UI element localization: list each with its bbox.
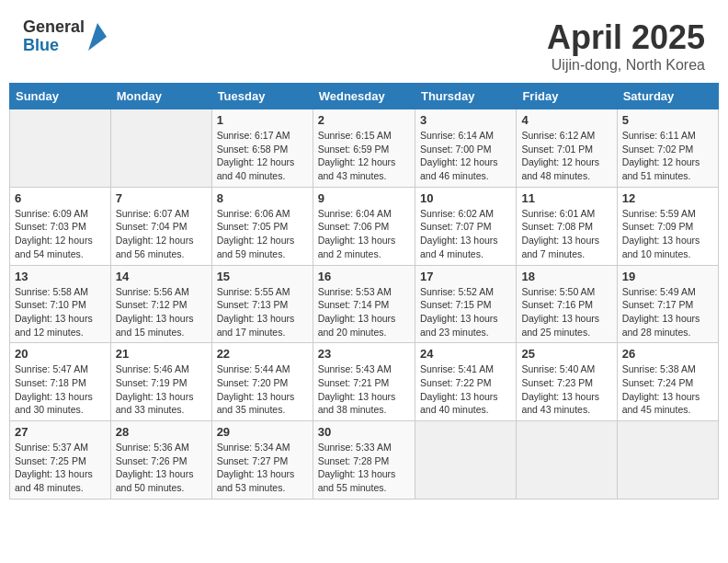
day-info: Sunrise: 6:09 AMSunset: 7:03 PMDaylight:… bbox=[15, 207, 106, 261]
logo-general: General bbox=[23, 18, 85, 37]
day-info: Sunrise: 6:11 AMSunset: 7:02 PMDaylight:… bbox=[622, 129, 713, 183]
calendar-cell: 24Sunrise: 5:41 AMSunset: 7:22 PMDayligh… bbox=[415, 343, 516, 421]
logo-text: General Blue bbox=[23, 18, 85, 55]
day-info: Sunrise: 5:47 AMSunset: 7:18 PMDaylight:… bbox=[15, 362, 106, 417]
day-info: Sunrise: 5:44 AMSunset: 7:20 PMDaylight:… bbox=[217, 362, 308, 417]
day-info: Sunrise: 5:56 AMSunset: 7:12 PMDaylight:… bbox=[116, 285, 207, 339]
location: Uijin-dong, North Korea bbox=[547, 57, 705, 74]
day-number: 12 bbox=[622, 191, 713, 205]
calendar-cell: 18Sunrise: 5:50 AMSunset: 7:16 PMDayligh… bbox=[517, 265, 617, 343]
day-number: 10 bbox=[420, 191, 511, 205]
week-row-3: 20Sunrise: 5:47 AMSunset: 7:18 PMDayligh… bbox=[10, 343, 719, 421]
day-number: 5 bbox=[622, 113, 713, 127]
day-number: 18 bbox=[521, 270, 611, 283]
day-number: 20 bbox=[15, 347, 106, 361]
day-info: Sunrise: 6:04 AMSunset: 7:06 PMDaylight:… bbox=[318, 207, 410, 261]
day-info: Sunrise: 5:50 AMSunset: 7:16 PMDaylight:… bbox=[521, 285, 611, 339]
calendar-cell: 6Sunrise: 6:09 AMSunset: 7:03 PMDaylight… bbox=[10, 187, 111, 265]
title-block: April 2025 Uijin-dong, North Korea bbox=[547, 18, 705, 74]
day-info: Sunrise: 6:02 AMSunset: 7:07 PMDaylight:… bbox=[420, 207, 511, 261]
weekday-header-friday: Friday bbox=[517, 84, 617, 109]
calendar-cell: 8Sunrise: 6:06 AMSunset: 7:05 PMDaylight… bbox=[211, 187, 313, 265]
calendar-cell: 2Sunrise: 6:15 AMSunset: 6:59 PMDaylight… bbox=[313, 109, 415, 188]
day-number: 30 bbox=[318, 425, 410, 439]
weekday-header-wednesday: Wednesday bbox=[313, 84, 415, 109]
calendar-cell: 26Sunrise: 5:38 AMSunset: 7:24 PMDayligh… bbox=[617, 343, 718, 421]
day-number: 3 bbox=[420, 113, 511, 127]
day-info: Sunrise: 5:59 AMSunset: 7:09 PMDaylight:… bbox=[622, 207, 713, 261]
calendar-cell: 21Sunrise: 5:46 AMSunset: 7:19 PMDayligh… bbox=[110, 343, 211, 421]
day-number: 23 bbox=[318, 347, 410, 361]
day-info: Sunrise: 5:34 AMSunset: 7:27 PMDaylight:… bbox=[217, 441, 308, 495]
day-number: 15 bbox=[217, 270, 308, 283]
calendar-cell: 14Sunrise: 5:56 AMSunset: 7:12 PMDayligh… bbox=[110, 265, 211, 343]
day-info: Sunrise: 6:06 AMSunset: 7:05 PMDaylight:… bbox=[217, 207, 308, 261]
day-number: 17 bbox=[420, 270, 511, 283]
logo: General Blue bbox=[23, 18, 107, 55]
month-title: April 2025 bbox=[547, 18, 705, 57]
day-info: Sunrise: 5:43 AMSunset: 7:21 PMDaylight:… bbox=[318, 362, 410, 417]
calendar-cell: 28Sunrise: 5:36 AMSunset: 7:26 PMDayligh… bbox=[110, 421, 211, 500]
day-info: Sunrise: 5:33 AMSunset: 7:28 PMDaylight:… bbox=[318, 441, 410, 495]
calendar-cell: 30Sunrise: 5:33 AMSunset: 7:28 PMDayligh… bbox=[313, 421, 415, 500]
calendar-table: SundayMondayTuesdayWednesdayThursdayFrid… bbox=[9, 83, 719, 500]
calendar-cell: 22Sunrise: 5:44 AMSunset: 7:20 PMDayligh… bbox=[211, 343, 313, 421]
calendar-cell: 27Sunrise: 5:37 AMSunset: 7:25 PMDayligh… bbox=[10, 421, 111, 500]
week-row-0: 1Sunrise: 6:17 AMSunset: 6:58 PMDaylight… bbox=[10, 109, 719, 188]
day-number: 25 bbox=[521, 347, 611, 361]
day-info: Sunrise: 6:14 AMSunset: 7:00 PMDaylight:… bbox=[420, 129, 511, 183]
day-number: 8 bbox=[217, 191, 308, 205]
day-number: 7 bbox=[116, 191, 207, 205]
day-number: 29 bbox=[217, 425, 308, 439]
weekday-header-monday: Monday bbox=[110, 84, 211, 109]
calendar-cell bbox=[110, 109, 211, 188]
day-info: Sunrise: 5:55 AMSunset: 7:13 PMDaylight:… bbox=[217, 285, 308, 339]
day-number: 1 bbox=[217, 113, 308, 127]
day-number: 11 bbox=[521, 191, 611, 205]
day-number: 16 bbox=[318, 270, 410, 283]
day-info: Sunrise: 5:53 AMSunset: 7:14 PMDaylight:… bbox=[318, 285, 410, 339]
calendar-cell: 3Sunrise: 6:14 AMSunset: 7:00 PMDaylight… bbox=[415, 109, 516, 188]
day-number: 27 bbox=[15, 425, 106, 439]
weekday-header-saturday: Saturday bbox=[617, 84, 718, 109]
calendar-cell: 16Sunrise: 5:53 AMSunset: 7:14 PMDayligh… bbox=[313, 265, 415, 343]
weekday-header-row: SundayMondayTuesdayWednesdayThursdayFrid… bbox=[10, 84, 719, 109]
day-info: Sunrise: 5:36 AMSunset: 7:26 PMDaylight:… bbox=[116, 441, 207, 495]
day-number: 13 bbox=[15, 270, 106, 283]
calendar-cell: 11Sunrise: 6:01 AMSunset: 7:08 PMDayligh… bbox=[517, 187, 617, 265]
day-number: 9 bbox=[318, 191, 410, 205]
day-number: 28 bbox=[116, 425, 207, 439]
calendar-cell: 4Sunrise: 6:12 AMSunset: 7:01 PMDaylight… bbox=[517, 109, 617, 188]
calendar-cell: 1Sunrise: 6:17 AMSunset: 6:58 PMDaylight… bbox=[211, 109, 313, 188]
calendar-cell: 29Sunrise: 5:34 AMSunset: 7:27 PMDayligh… bbox=[211, 421, 313, 500]
week-row-2: 13Sunrise: 5:58 AMSunset: 7:10 PMDayligh… bbox=[10, 265, 719, 343]
calendar-cell: 12Sunrise: 5:59 AMSunset: 7:09 PMDayligh… bbox=[617, 187, 718, 265]
calendar-cell: 5Sunrise: 6:11 AMSunset: 7:02 PMDaylight… bbox=[617, 109, 718, 188]
day-info: Sunrise: 5:40 AMSunset: 7:23 PMDaylight:… bbox=[521, 362, 611, 417]
day-number: 14 bbox=[116, 270, 207, 283]
week-row-1: 6Sunrise: 6:09 AMSunset: 7:03 PMDaylight… bbox=[10, 187, 719, 265]
day-info: Sunrise: 6:01 AMSunset: 7:08 PMDaylight:… bbox=[521, 207, 611, 261]
calendar-cell: 13Sunrise: 5:58 AMSunset: 7:10 PMDayligh… bbox=[10, 265, 111, 343]
day-info: Sunrise: 6:17 AMSunset: 6:58 PMDaylight:… bbox=[217, 129, 308, 183]
day-info: Sunrise: 6:15 AMSunset: 6:59 PMDaylight:… bbox=[318, 129, 410, 183]
weekday-header-sunday: Sunday bbox=[10, 84, 111, 109]
calendar-cell bbox=[10, 109, 111, 188]
weekday-header-thursday: Thursday bbox=[415, 84, 516, 109]
week-row-4: 27Sunrise: 5:37 AMSunset: 7:25 PMDayligh… bbox=[10, 421, 719, 500]
day-info: Sunrise: 5:38 AMSunset: 7:24 PMDaylight:… bbox=[622, 362, 713, 417]
day-info: Sunrise: 5:52 AMSunset: 7:15 PMDaylight:… bbox=[420, 285, 511, 339]
day-number: 22 bbox=[217, 347, 308, 361]
day-number: 4 bbox=[521, 113, 611, 127]
logo-icon bbox=[88, 23, 107, 51]
calendar-cell: 15Sunrise: 5:55 AMSunset: 7:13 PMDayligh… bbox=[211, 265, 313, 343]
day-info: Sunrise: 5:37 AMSunset: 7:25 PMDaylight:… bbox=[15, 441, 106, 495]
day-info: Sunrise: 5:41 AMSunset: 7:22 PMDaylight:… bbox=[420, 362, 511, 417]
calendar-cell: 25Sunrise: 5:40 AMSunset: 7:23 PMDayligh… bbox=[517, 343, 617, 421]
day-number: 21 bbox=[116, 347, 207, 361]
day-number: 26 bbox=[622, 347, 713, 361]
day-number: 24 bbox=[420, 347, 511, 361]
day-info: Sunrise: 6:12 AMSunset: 7:01 PMDaylight:… bbox=[521, 129, 611, 183]
day-info: Sunrise: 5:49 AMSunset: 7:17 PMDaylight:… bbox=[622, 285, 713, 339]
svg-marker-0 bbox=[88, 23, 107, 51]
